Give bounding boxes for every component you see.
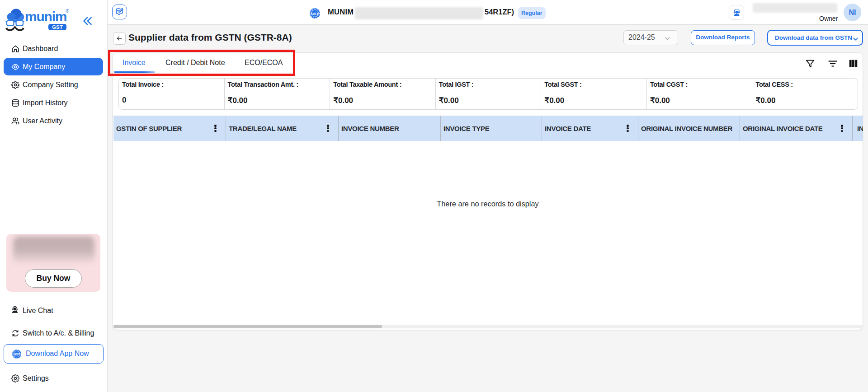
svg-text:GST: GST — [14, 353, 19, 356]
svg-text:GST: GST — [52, 24, 63, 30]
svg-text:GST: GST — [311, 12, 318, 16]
svg-text:munim: munim — [25, 9, 66, 24]
svg-text:®: ® — [66, 8, 69, 14]
